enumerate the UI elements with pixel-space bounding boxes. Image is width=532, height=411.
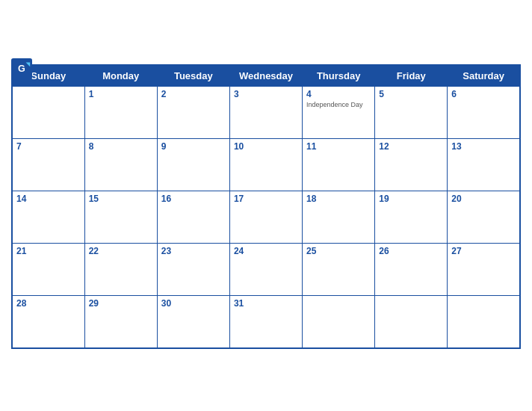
day-cell: 27 [448,244,520,296]
day-number: 7 [16,141,81,152]
day-number: 2 [161,89,226,99]
day-cell: 7 [12,139,84,191]
weekday-header-tuesday: Tuesday [157,65,229,87]
day-number: 31 [234,298,298,309]
day-number: 6 [451,89,516,99]
day-cell: 9 [157,139,229,191]
day-cell: 8 [84,139,157,191]
day-number: 4 [306,89,371,99]
day-cell: 13 [448,139,520,191]
day-cell [375,296,448,348]
day-cell: 24 [229,244,302,296]
week-row-4: 21222324252627 [12,244,520,296]
day-cell: 21 [12,244,84,296]
day-number: 11 [306,141,371,152]
day-number: 10 [234,141,298,152]
day-number: 15 [89,194,153,204]
day-number: 18 [306,194,371,204]
day-number: 27 [451,246,516,256]
day-number: 17 [234,194,298,204]
day-cell: 6 [448,87,520,139]
day-number: 19 [379,194,443,204]
day-cell: 10 [229,139,302,191]
day-cell: 25 [303,244,375,296]
day-cell: 31 [229,296,302,348]
day-number: 5 [379,89,443,99]
weekday-header-monday: Monday [84,65,157,87]
day-number: 14 [16,194,81,204]
day-number: 12 [379,141,443,152]
day-cell [303,296,375,348]
weekday-header-wednesday: Wednesday [229,65,302,87]
day-cell: 30 [157,296,229,348]
day-cell: 18 [303,191,375,244]
day-cell: 11 [303,139,375,191]
calendar-thead: SundayMondayTuesdayWednesdayThursdayFrid… [12,65,520,87]
day-cell: 26 [375,244,448,296]
day-number: 22 [89,246,153,256]
calendar-table: SundayMondayTuesdayWednesdayThursdayFrid… [11,64,521,349]
weekday-header-friday: Friday [375,65,448,87]
day-number: 3 [234,89,298,99]
week-row-1: 1234Independence Day56 [12,87,520,139]
day-cell: 23 [157,244,229,296]
logo-icon: G [11,58,32,79]
day-number: 26 [379,246,443,256]
day-cell: 16 [157,191,229,244]
day-number: 8 [89,141,153,152]
weekday-header-saturday: Saturday [448,65,520,87]
day-number: 28 [16,298,81,309]
day-cell: 29 [84,296,157,348]
day-cell: 15 [84,191,157,244]
day-cell: 20 [448,191,520,244]
day-number: 23 [161,246,226,256]
day-cell [12,87,84,139]
day-event: Independence Day [306,101,371,108]
day-number: 29 [89,298,153,309]
day-cell: 5 [375,87,448,139]
day-cell: 17 [229,191,302,244]
day-cell: 14 [12,191,84,244]
calendar-tbody: 1234Independence Day56789101112131415161… [12,87,520,348]
day-number: 25 [306,246,371,256]
day-cell [448,296,520,348]
calendar-container: G SundayMondayTuesdayWednesdayThursdayFr… [0,51,532,360]
day-number: 24 [234,246,298,256]
day-cell: 22 [84,244,157,296]
week-row-5: 28293031 [12,296,520,348]
weekday-header-thursday: Thursday [303,65,375,87]
day-number: 16 [161,194,226,204]
day-cell: 12 [375,139,448,191]
day-cell: 28 [12,296,84,348]
day-number: 1 [89,89,153,99]
day-cell: 3 [229,87,302,139]
day-cell: 1 [84,87,157,139]
day-number: 9 [161,141,226,152]
day-number: 21 [16,246,81,256]
logo-area: G [11,58,35,79]
day-number: 30 [161,298,226,309]
day-number: 20 [451,194,516,204]
week-row-3: 14151617181920 [12,191,520,244]
week-row-2: 78910111213 [12,139,520,191]
day-cell: 19 [375,191,448,244]
day-cell: 2 [157,87,229,139]
weekday-header-row: SundayMondayTuesdayWednesdayThursdayFrid… [12,65,520,87]
svg-text:G: G [18,64,25,74]
day-number: 13 [451,141,516,152]
day-cell: 4Independence Day [303,87,375,139]
